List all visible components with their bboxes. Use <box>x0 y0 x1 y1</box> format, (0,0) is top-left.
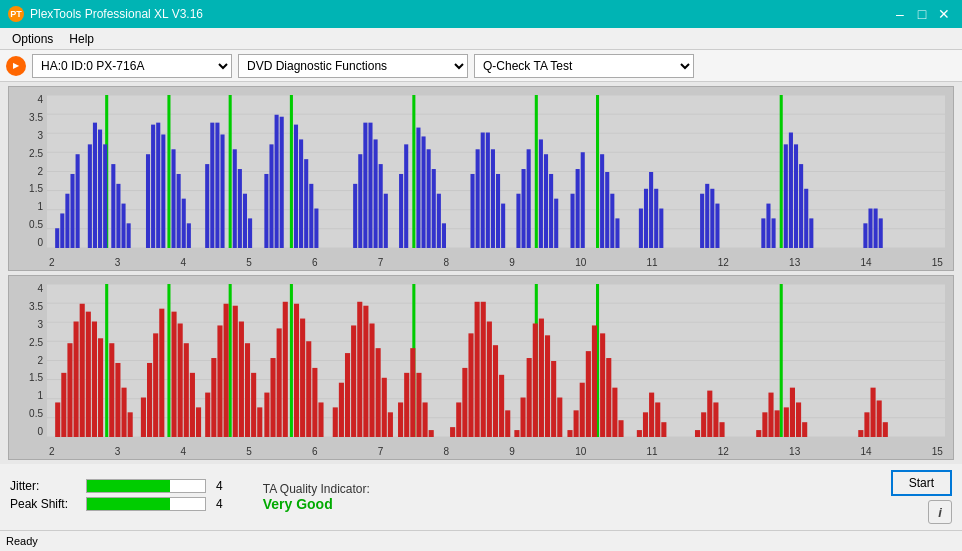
minimize-button[interactable]: – <box>890 4 910 24</box>
svg-rect-211 <box>637 430 642 437</box>
svg-rect-167 <box>345 353 350 437</box>
svg-rect-135 <box>167 284 170 437</box>
svg-rect-160 <box>294 304 299 437</box>
svg-rect-164 <box>318 402 323 437</box>
info-button[interactable]: i <box>928 500 952 524</box>
svg-rect-150 <box>233 306 238 437</box>
svg-rect-127 <box>86 312 91 437</box>
svg-rect-166 <box>339 383 344 437</box>
svg-rect-180 <box>423 402 428 437</box>
function-select[interactable]: DVD Diagnostic Functions <box>238 54 468 78</box>
svg-rect-109 <box>863 223 867 248</box>
svg-rect-184 <box>462 368 467 437</box>
svg-rect-23 <box>167 95 170 248</box>
svg-rect-154 <box>257 407 262 437</box>
svg-rect-156 <box>264 393 269 437</box>
window-controls: – □ ✕ <box>890 4 954 24</box>
test-select[interactable]: Q-Check TA Test <box>474 54 694 78</box>
svg-rect-130 <box>98 338 103 437</box>
svg-rect-97 <box>710 189 714 248</box>
svg-rect-181 <box>429 430 434 437</box>
svg-rect-232 <box>871 388 876 437</box>
status-text: Ready <box>6 535 38 547</box>
svg-rect-100 <box>761 218 765 248</box>
svg-rect-176 <box>398 402 403 437</box>
metrics-column: Jitter: 4 Peak Shift: 4 <box>10 479 223 515</box>
svg-rect-11 <box>65 194 69 248</box>
svg-rect-169 <box>357 302 362 437</box>
svg-rect-186 <box>475 302 480 437</box>
svg-rect-48 <box>304 159 308 248</box>
svg-rect-195 <box>527 358 532 437</box>
svg-rect-219 <box>713 402 718 437</box>
status-bar: Ready <box>0 530 962 550</box>
svg-rect-170 <box>363 306 368 437</box>
svg-rect-188 <box>487 322 492 437</box>
svg-rect-220 <box>719 422 724 437</box>
svg-rect-70 <box>486 133 490 248</box>
svg-rect-46 <box>294 125 298 248</box>
svg-rect-67 <box>470 174 474 248</box>
svg-rect-145 <box>229 284 232 437</box>
svg-rect-124 <box>67 343 72 437</box>
peak-shift-empty <box>170 498 205 510</box>
close-button[interactable]: ✕ <box>934 4 954 24</box>
top-chart-y-axis: 4 3.5 3 2.5 2 1.5 1 0.5 0 <box>9 95 47 248</box>
jitter-row: Jitter: 4 <box>10 479 223 493</box>
svg-rect-129 <box>105 284 108 437</box>
svg-rect-58 <box>412 95 415 248</box>
ta-quality-value: Very Good <box>263 496 370 512</box>
svg-rect-222 <box>756 430 761 437</box>
svg-rect-221 <box>780 284 783 437</box>
svg-rect-151 <box>239 322 244 437</box>
svg-rect-229 <box>802 422 807 437</box>
svg-rect-125 <box>74 322 79 437</box>
svg-rect-66 <box>442 223 446 248</box>
svg-rect-136 <box>141 398 146 437</box>
svg-rect-24 <box>146 154 150 248</box>
svg-rect-59 <box>399 174 403 248</box>
svg-rect-157 <box>270 358 275 437</box>
svg-rect-9 <box>55 228 59 248</box>
svg-rect-82 <box>596 95 599 248</box>
svg-rect-35 <box>215 123 219 248</box>
svg-rect-53 <box>363 123 367 248</box>
svg-rect-68 <box>476 149 480 248</box>
svg-rect-206 <box>592 325 597 437</box>
svg-rect-199 <box>551 361 556 437</box>
svg-rect-92 <box>649 172 653 248</box>
menu-help[interactable]: Help <box>61 30 102 48</box>
svg-rect-85 <box>581 152 585 248</box>
svg-rect-88 <box>610 194 614 248</box>
svg-rect-227 <box>790 388 795 437</box>
start-button[interactable]: Start <box>891 470 952 496</box>
menu-options[interactable]: Options <box>4 30 61 48</box>
svg-rect-93 <box>654 189 658 248</box>
svg-rect-49 <box>309 184 313 248</box>
svg-rect-137 <box>147 363 152 437</box>
maximize-button[interactable]: □ <box>912 4 932 24</box>
svg-rect-132 <box>115 363 120 437</box>
svg-rect-43 <box>269 144 273 248</box>
svg-rect-99 <box>780 95 783 248</box>
svg-rect-55 <box>374 139 378 248</box>
bottom-right-buttons: Start i <box>891 470 952 524</box>
menu-bar: Options Help <box>0 28 962 50</box>
drive-select[interactable]: HA:0 ID:0 PX-716A <box>32 54 232 78</box>
bottom-chart-y-axis: 4 3.5 3 2.5 2 1.5 1 0.5 0 <box>9 284 47 437</box>
svg-rect-173 <box>382 378 387 437</box>
svg-rect-107 <box>804 189 808 248</box>
svg-rect-152 <box>245 343 250 437</box>
svg-rect-230 <box>858 430 863 437</box>
svg-rect-217 <box>701 412 706 437</box>
svg-rect-19 <box>111 164 115 248</box>
svg-rect-134 <box>128 412 133 437</box>
svg-rect-20 <box>116 184 120 248</box>
svg-rect-15 <box>88 144 92 248</box>
svg-rect-47 <box>299 139 303 248</box>
svg-rect-108 <box>809 218 813 248</box>
svg-rect-200 <box>557 398 562 437</box>
bottom-chart-inner <box>47 284 945 437</box>
svg-rect-60 <box>404 144 408 248</box>
svg-rect-215 <box>661 422 666 437</box>
